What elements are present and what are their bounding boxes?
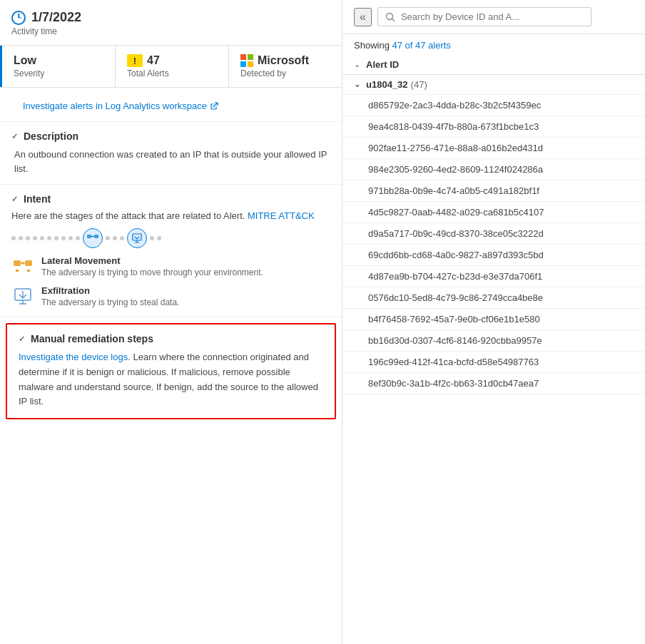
detected-by-name: Microsoft: [258, 54, 309, 67]
date-section: 1/7/2022 Activity time: [0, 0, 342, 46]
alert-id-column-header: Alert ID: [366, 59, 399, 70]
microsoft-icon: [240, 54, 253, 67]
alert-row[interactable]: 4d5c9827-0aab-4482-a029-ca681b5c4107: [342, 202, 645, 223]
chain-dot-13: [120, 236, 124, 240]
mitre-link[interactable]: MITRE ATT&CK: [248, 210, 315, 221]
group-chevron: ⌄: [354, 80, 360, 89]
lateral-movement-item: Lateral Movement The adversary is trying…: [11, 255, 330, 278]
alert-row[interactable]: 4d87ea9b-b704-427c-b23d-e3e37da706f1: [342, 266, 645, 287]
chain-dot-1: [11, 236, 16, 240]
chain-dot-15: [157, 236, 161, 240]
right-panel: « Showing 47 of 47 alerts ⌄ Alert ID ⌄ u…: [342, 0, 645, 644]
total-alerts-value: ! 47: [127, 54, 217, 67]
intent-section: ✓ Intent Here are the stages of the atta…: [0, 185, 342, 317]
external-link-icon: [210, 102, 218, 111]
exfiltration-icon: [11, 285, 34, 308]
chain-dot-4: [33, 236, 37, 240]
severity-cell: Low Severity: [0, 46, 116, 87]
alert-row[interactable]: 8ef30b9c-3a1b-4f2c-bb63-31d0cb47aea7: [342, 373, 645, 394]
exfil-chain-icon: [127, 228, 147, 248]
date-value: 1/7/2022: [31, 10, 81, 25]
svg-rect-5: [16, 270, 19, 272]
table-header: ⌄ Alert ID: [342, 55, 645, 75]
attack-chain: [11, 228, 330, 248]
chain-dot-2: [19, 236, 23, 240]
detected-by-cell: Microsoft Detected by: [229, 46, 342, 87]
svg-rect-4: [25, 260, 32, 266]
remediation-title: Manual remediation steps: [31, 333, 153, 344]
intent-chevron: ✓: [11, 195, 18, 204]
chain-dot-6: [47, 236, 51, 240]
description-chevron: ✓: [11, 132, 18, 141]
lateral-movement-chain-icon: [83, 228, 103, 248]
total-alerts-label: Total Alerts: [127, 68, 217, 78]
total-alerts-cell: ! 47 Total Alerts: [116, 46, 229, 87]
showing-link[interactable]: 47 of 47 alerts: [392, 40, 450, 51]
lateral-movement-content: Lateral Movement The adversary is trying…: [41, 255, 330, 277]
alert-icon: !: [127, 54, 143, 67]
total-alerts-number: 47: [147, 54, 160, 67]
lateral-movement-title: Lateral Movement: [41, 255, 330, 266]
chain-dot-7: [54, 236, 59, 240]
chain-dot-10: [76, 236, 80, 240]
showing-text: Showing 47 of 47 alerts: [342, 34, 645, 55]
svg-rect-3: [14, 260, 21, 266]
exfiltration-item: Exfiltration The adversary is trying to …: [11, 285, 330, 308]
description-header[interactable]: ✓ Description: [11, 131, 330, 142]
severity-value: Low: [14, 54, 103, 67]
chain-dot-8: [61, 236, 66, 240]
alert-row[interactable]: 984e2305-9260-4ed2-8609-1124f024286a: [342, 159, 645, 180]
intent-header[interactable]: ✓ Intent: [11, 193, 330, 205]
alert-row[interactable]: 0576dc10-5ed8-4c79-9c86-2749cca4be8e: [342, 287, 645, 309]
chain-dot-12: [113, 236, 117, 240]
investigate-link-text: Investigate alerts in Log Analytics work…: [23, 101, 207, 111]
search-input[interactable]: [401, 11, 584, 22]
collapse-button[interactable]: «: [354, 8, 372, 26]
group-id: u1804_32: [366, 79, 408, 90]
alert-row[interactable]: d865792e-2ac3-4dda-b28c-3b2c5f4359ec: [342, 95, 645, 116]
svg-rect-6: [27, 270, 30, 272]
activity-time-label: Activity time: [11, 26, 330, 36]
alert-group-row[interactable]: ⌄ u1804_32 (47): [342, 75, 645, 95]
alerts-table: ⌄ Alert ID ⌄ u1804_32 (47) d865792e-2ac3…: [342, 55, 645, 644]
detected-by-label: Detected by: [240, 68, 330, 78]
right-header: «: [342, 0, 645, 34]
exfiltration-title: Exfiltration: [41, 285, 330, 296]
description-text: An outbound connection was created to an…: [11, 148, 330, 175]
alert-row[interactable]: 9ea4c818-0439-4f7b-880a-673f1bcbe1c3: [342, 116, 645, 138]
investigate-link[interactable]: Investigate alerts in Log Analytics work…: [11, 92, 230, 120]
alert-row[interactable]: 196c99ed-412f-41ca-bcfd-d58e54987763: [342, 352, 645, 373]
clock-icon: [11, 11, 26, 25]
alert-row[interactable]: 69cdd6bb-cd68-4a0c-9827-a897d393c5bd: [342, 245, 645, 266]
remediation-chevron: ✓: [19, 334, 25, 344]
svg-rect-0: [87, 235, 91, 238]
alert-row[interactable]: bb16d30d-0307-4cf6-8146-920cbba9957e: [342, 330, 645, 352]
chain-dot-3: [26, 236, 30, 240]
intent-intro: Here are the stages of the attack that a…: [11, 210, 330, 221]
exfiltration-desc: The adversary is trying to steal data.: [41, 297, 330, 307]
alert-row[interactable]: b4f76458-7692-45a7-9e0b-cf06e1b1e580: [342, 309, 645, 330]
remediation-header[interactable]: ✓ Manual remediation steps: [19, 333, 323, 344]
intent-title: Intent: [24, 193, 51, 205]
sort-chevron: ⌄: [354, 60, 360, 69]
date-row: 1/7/2022: [11, 10, 330, 25]
chain-dot-9: [68, 236, 73, 240]
remediation-body: Investigate the device logs. Learn where…: [19, 350, 323, 409]
search-icon: [385, 12, 395, 22]
lateral-movement-icon: [11, 255, 34, 278]
alert-row[interactable]: 902fae11-2756-471e-88a8-a016b2ed431d: [342, 138, 645, 159]
description-section: ✓ Description An outbound connection was…: [0, 122, 342, 185]
chain-dot-11: [106, 236, 110, 240]
detected-by-value: Microsoft: [240, 54, 330, 67]
description-title: Description: [24, 131, 78, 142]
svg-rect-1: [94, 235, 98, 238]
chain-dot-5: [40, 236, 44, 240]
intent-intro-text: Here are the stages of the attack that a…: [11, 210, 245, 221]
alert-row[interactable]: 971bb28a-0b9e-4c74-a0b5-c491a182bf1f: [342, 180, 645, 202]
severity-label: Severity: [14, 68, 103, 78]
remediation-section: ✓ Manual remediation steps Investigate t…: [6, 323, 336, 419]
alert-row[interactable]: d9a5a717-0b9c-49cd-8370-38ce05c3222d: [342, 223, 645, 245]
search-box[interactable]: [377, 7, 591, 26]
remediation-link-1[interactable]: Investigate the device logs.: [19, 352, 131, 362]
stats-row: Low Severity ! 47 Total Alerts Microsoft…: [0, 46, 342, 88]
